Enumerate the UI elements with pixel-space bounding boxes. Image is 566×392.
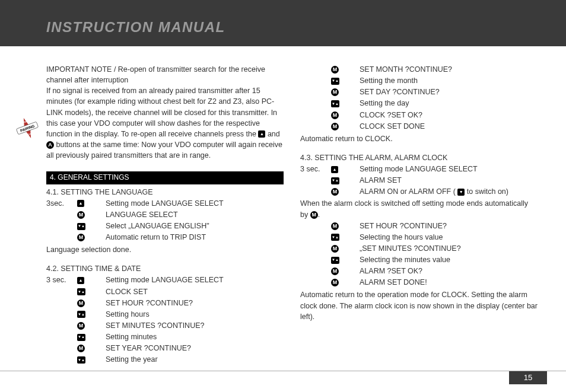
m-button-icon — [331, 267, 339, 275]
table-row: SET MINUTES ?CONTINUE? — [46, 320, 226, 332]
note-body-a: If no signal is received from an already… — [46, 87, 277, 138]
table-row: SET MONTH ?CONTINUE? — [300, 64, 454, 75]
table-row: CLOCK SET — [46, 286, 226, 298]
m-button-icon — [77, 322, 85, 330]
section-4-2-heading: 4.2. SETTING TIME & DATE — [46, 263, 284, 274]
note-body-c: buttons at the same time: Now your VDO c… — [46, 141, 282, 160]
table-row: ALARM SET DONE! — [300, 277, 463, 288]
up-down-icon — [331, 234, 339, 241]
table-row: Setting the day — [300, 98, 454, 109]
table-row: 3 sec.Setting mode LANGUAGE SELECT — [46, 275, 226, 286]
up-down-icon — [331, 257, 339, 264]
table-row: Setting hours — [46, 309, 226, 320]
steps-4-3-a: 3 sec.Setting mode LANGUAGE SELECT ALARM… — [300, 164, 511, 197]
up-down-icon — [331, 78, 339, 85]
table-row: ALARM SET — [300, 175, 511, 186]
note-heading: IMPORTANT NOTE / Re-open of transmitter … — [46, 65, 265, 84]
section-4-3-mid: When the alarm clock is switched off set… — [300, 198, 538, 219]
steps-4-3-b: SET HOUR ?CONTINUE? Selecting the hours … — [300, 221, 463, 289]
table-row: „SET MINUTES ?CONTINUE? — [300, 243, 463, 254]
table-row: Setting minutes — [46, 332, 226, 343]
m-button-icon — [331, 88, 339, 96]
up-down-icon — [77, 288, 85, 295]
table-row: ALARM ?SET OK? — [300, 266, 463, 277]
section-4-1-heading: 4.1. SETTING THE LANGUAGE — [46, 187, 284, 197]
up-down-icon — [77, 356, 85, 364]
table-row: LANGUAGE SELECT — [46, 209, 226, 221]
m-button-icon — [331, 123, 339, 130]
up-down-icon — [331, 100, 339, 107]
important-note: IMPORTANT NOTE / Re-open of transmitter … — [46, 64, 284, 161]
pairing-badge: PAIRING Short Cut — [13, 114, 42, 142]
up-icon — [77, 200, 84, 207]
table-row: Selecting the minutes value — [300, 254, 463, 266]
table-row: Setting the month — [300, 75, 454, 87]
svg-text:Cut: Cut — [27, 132, 32, 136]
section-4-2-done: Automatic return to CLOCK. — [300, 133, 538, 144]
section-4-3-heading: 4.3. SETTING THE ALARM, ALARM CLOCK — [300, 152, 538, 163]
table-row: Select „LANGUAGE ENGLISH" — [46, 221, 226, 232]
column-right: SET MONTH ?CONTINUE? Setting the month S… — [300, 64, 538, 365]
table-row: ALARM ON or ALARM OFF ( to switch on) — [300, 186, 511, 197]
m-button-icon — [77, 211, 85, 219]
note-body-b: and — [268, 130, 280, 138]
section-4-heading: 4. GENERAL SETTINGS — [46, 171, 284, 184]
a-button-icon — [46, 141, 54, 149]
up-icon — [77, 277, 84, 284]
m-button-icon — [331, 222, 339, 230]
m-button-icon — [77, 345, 85, 352]
up-down-icon — [77, 311, 85, 318]
column-left: IMPORTANT NOTE / Re-open of transmitter … — [46, 64, 284, 365]
page-number: 15 — [509, 371, 547, 384]
table-row: SET DAY ?CONTINUE? — [300, 87, 454, 98]
up-down-icon — [77, 334, 85, 341]
table-row: SET HOUR ?CONTINUE? — [46, 298, 226, 309]
m-button-icon — [331, 279, 339, 286]
content: IMPORTANT NOTE / Re-open of transmitter … — [0, 46, 566, 365]
steps-4-2-b: SET MONTH ?CONTINUE? Setting the month S… — [300, 64, 454, 132]
steps-4-2-a: 3 sec.Setting mode LANGUAGE SELECT CLOCK… — [46, 275, 226, 365]
table-row: SET HOUR ?CONTINUE? — [300, 221, 463, 232]
m-button-icon — [77, 299, 85, 307]
m-button-icon — [310, 211, 318, 219]
up-down-icon — [77, 223, 85, 230]
m-button-icon — [331, 245, 339, 253]
up-icon — [258, 130, 265, 138]
table-row: Setting the year — [46, 354, 226, 365]
table-row: CLOCK ?SET OK? — [300, 110, 454, 121]
m-button-icon — [77, 234, 85, 241]
table-row: 3sec.Setting mode LANGUAGE SELECT — [46, 198, 226, 209]
table-row: CLOCK SET DONE — [300, 121, 454, 132]
steps-4-1: 3sec.Setting mode LANGUAGE SELECT LANGUA… — [46, 198, 226, 244]
up-down-icon — [331, 177, 339, 184]
footer-bar: 15 — [0, 371, 566, 384]
m-button-icon — [331, 111, 339, 119]
table-row: 3 sec.Setting mode LANGUAGE SELECT — [300, 164, 511, 175]
page-title: INSTRUCTION MANUAL — [46, 19, 225, 36]
down-icon — [457, 189, 465, 196]
up-icon — [331, 166, 338, 173]
m-button-icon — [331, 66, 339, 74]
m-button-icon — [331, 188, 339, 196]
table-row: SET YEAR ?CONTINUE? — [46, 343, 226, 354]
table-row: Automatic return to TRIP DIST — [46, 232, 226, 243]
header-bar: INSTRUCTION MANUAL — [0, 0, 566, 46]
section-4-1-done: Language selection done. — [46, 244, 284, 255]
table-row: Selecting the hours value — [300, 232, 463, 243]
section-4-3-done: Automatic return to the operation mode f… — [300, 289, 538, 321]
